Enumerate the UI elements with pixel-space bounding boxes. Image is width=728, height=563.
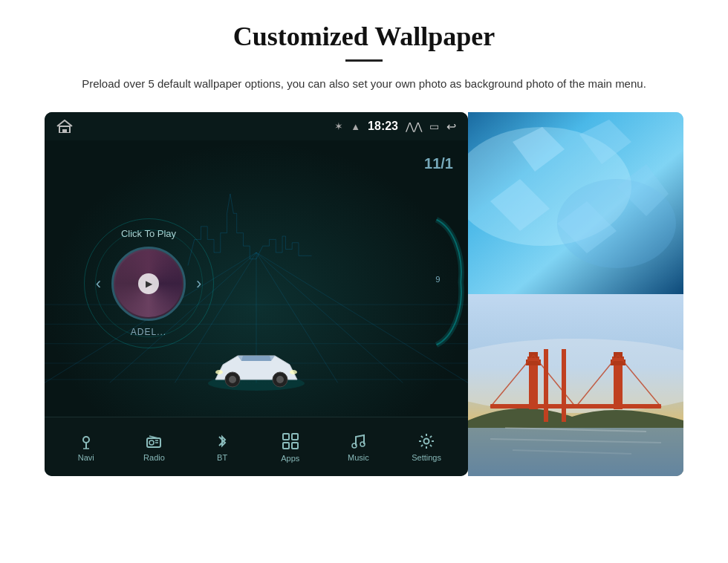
content-area: ✶ ▲ 18:23 ⋀⋀ ▭ ↩ <box>45 112 683 476</box>
svg-point-44 <box>468 339 683 413</box>
status-left <box>56 120 73 133</box>
navi-icon <box>77 432 95 450</box>
bridge-svg <box>468 294 683 476</box>
svg-point-18 <box>276 376 284 383</box>
nav-item-bt[interactable]: BT <box>200 432 244 462</box>
svg-rect-48 <box>529 361 538 409</box>
page-container: Customized Wallpaper Preload over 5 defa… <box>0 0 728 563</box>
wallpaper-thumbnails <box>468 112 683 476</box>
car-screen: ✶ ▲ 18:23 ⋀⋀ ▭ ↩ <box>45 112 468 476</box>
status-bar: ✶ ▲ 18:23 ⋀⋀ ▭ ↩ <box>45 112 468 140</box>
window-icon: ▭ <box>429 120 439 132</box>
navi-label: Navi <box>78 453 94 462</box>
svg-text:9: 9 <box>435 275 440 284</box>
car-image <box>204 342 308 394</box>
settings-label: Settings <box>412 453 441 462</box>
svg-rect-1 <box>62 129 67 133</box>
apps-label: Apps <box>281 454 299 463</box>
album-art: ▶ <box>111 247 186 321</box>
svg-rect-45 <box>468 420 683 476</box>
svg-rect-30 <box>283 443 289 449</box>
radio-label: Radio <box>143 453 165 462</box>
play-button[interactable]: ▶ <box>138 273 159 294</box>
svg-point-19 <box>290 370 297 374</box>
time-display: 18:23 <box>368 120 398 133</box>
nav-item-settings[interactable]: Settings <box>404 432 449 462</box>
signal-icon: ▲ <box>351 121 360 132</box>
expand-icon: ⋀⋀ <box>406 120 422 132</box>
home-icon <box>56 120 73 133</box>
speed-meter: 9 <box>409 152 464 413</box>
page-description: Preload over 5 default wallpaper options… <box>82 75 646 93</box>
settings-icon <box>417 432 435 450</box>
bluetooth-icon: ✶ <box>334 120 343 132</box>
ice-svg <box>468 112 683 294</box>
svg-point-34 <box>424 438 429 443</box>
album-inner: ▶ <box>115 250 182 317</box>
title-divider <box>345 59 383 62</box>
bt-icon <box>213 432 231 450</box>
svg-rect-29 <box>292 434 298 440</box>
bt-label: BT <box>217 453 227 462</box>
screen-main: Click To Play ‹ ▶ › <box>45 140 468 417</box>
nav-item-radio[interactable]: Radio <box>131 432 176 462</box>
svg-point-20 <box>215 370 223 374</box>
nav-item-apps[interactable]: Apps <box>268 432 313 463</box>
radio-icon <box>145 432 163 450</box>
apps-icon <box>281 432 300 451</box>
nav-item-music[interactable]: Music <box>336 432 380 462</box>
bridge-wallpaper-thumbnail[interactable] <box>468 294 683 476</box>
svg-point-22 <box>83 437 89 443</box>
music-icon <box>349 432 367 450</box>
bottom-nav: Navi Radio BT <box>45 417 468 476</box>
nav-item-navi[interactable]: Navi <box>64 432 108 462</box>
svg-rect-52 <box>614 361 623 409</box>
back-icon: ↩ <box>446 120 456 134</box>
svg-point-16 <box>229 376 236 383</box>
ice-wallpaper-thumbnail[interactable] <box>468 112 683 294</box>
music-label: Music <box>348 453 369 462</box>
svg-rect-31 <box>292 443 298 449</box>
svg-rect-28 <box>283 434 289 440</box>
svg-point-24 <box>149 440 154 445</box>
page-title: Customized Wallpaper <box>233 21 495 52</box>
status-right: ✶ ▲ 18:23 ⋀⋀ ▭ ↩ <box>334 120 456 134</box>
